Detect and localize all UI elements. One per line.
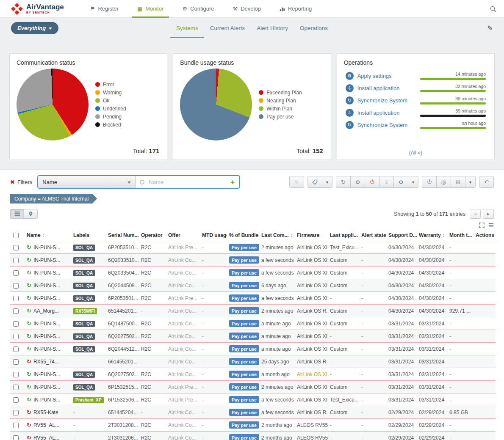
operation-link[interactable]: Install application xyxy=(357,110,420,116)
system-row[interactable]: ↻RV55_AL...-2T3031208...R2CAirLink Co...… xyxy=(10,419,496,432)
select-all-checkbox[interactable] xyxy=(13,233,19,238)
edit-dashboard-icon[interactable]: ✎ xyxy=(487,24,493,32)
reboot-button[interactable] xyxy=(365,176,379,188)
prev-page-button[interactable]: ◂ xyxy=(470,209,481,219)
row-checkbox[interactable] xyxy=(13,435,19,440)
label-menu-button[interactable]: ▾ xyxy=(322,176,332,188)
system-row[interactable]: ↻IN-PUN-S...SOL_QA6P1532515...R2CAirLink… xyxy=(10,381,496,393)
row-checkbox[interactable] xyxy=(13,334,19,339)
apply-settings-button[interactable]: ⚙ xyxy=(350,176,365,188)
system-row[interactable]: ↻RV55_AL...-2T3031206...R2CAirLink Co...… xyxy=(10,432,496,440)
system-name-link[interactable]: IN-PUN-S... xyxy=(33,283,60,289)
configure-button[interactable]: ⚙ xyxy=(393,176,408,188)
row-checkbox[interactable] xyxy=(13,308,19,314)
row-checkbox[interactable] xyxy=(13,423,19,428)
next-page-button[interactable]: ▸ xyxy=(483,209,494,219)
operation-link[interactable]: Synchronize System xyxy=(357,122,420,128)
nav-item-configure[interactable]: ⚙Configure xyxy=(173,0,224,17)
system-name-link[interactable]: IN-PUN-S... xyxy=(33,321,60,327)
column-header-operator[interactable]: Operator xyxy=(139,230,166,241)
migrate-button[interactable]: ⊞ xyxy=(451,176,465,188)
fullscreen-toggle[interactable] xyxy=(479,223,485,228)
system-name-link[interactable]: RX55_74... xyxy=(33,359,59,365)
row-checkbox[interactable] xyxy=(13,372,19,377)
system-row[interactable]: ↻IN-PUN-S...SOL_QA6Q1487500...R2CAirLink… xyxy=(10,317,496,330)
system-row[interactable]: ↻AA_Morg...RX55WIFI651445201...-AirLink … xyxy=(10,305,496,317)
system-row[interactable]: ↻IN-PUN-S...SOL_QA6P2053510...R2CAirLink… xyxy=(10,241,496,254)
column-settings-button[interactable] xyxy=(488,223,494,228)
system-row[interactable]: ↻IN-PUN-S...Prashant_XP6P1532506...R2CAi… xyxy=(10,393,496,406)
column-header-last-appli[interactable]: Last appli...▲▼ xyxy=(328,230,359,241)
column-header-warranty[interactable]: Warranty▲▼ xyxy=(417,230,447,241)
synchronize-button[interactable]: ↻ xyxy=(336,176,351,188)
filter-value-input[interactable] xyxy=(148,179,227,186)
activate-button[interactable] xyxy=(422,176,437,188)
system-row[interactable]: ↻RX55_74...-661455201...-AirLink Co...-P… xyxy=(10,355,496,368)
system-row[interactable]: ↻IN-PUN-S...SOL_QA6P2053501...R2CAirLink… xyxy=(10,292,496,305)
scope-selector-button[interactable]: Everything xyxy=(11,22,58,34)
row-checkbox[interactable] xyxy=(13,346,19,352)
system-row[interactable]: ↻IN-PUN-S...SOL_QA6Q2033510...R2CAirLink… xyxy=(10,254,496,267)
column-header-support-d[interactable]: Support D...▲▼ xyxy=(386,230,417,241)
system-row[interactable]: ↻IN-PUN-S...SOL_QA6Q2027502...R2CAirLink… xyxy=(10,330,496,343)
operations-all-link[interactable]: (All ») xyxy=(337,150,494,156)
operation-link[interactable]: Synchronize System xyxy=(357,97,420,104)
system-name-link[interactable]: IN-PUN-S... xyxy=(33,346,60,352)
communication-status-pie[interactable] xyxy=(17,69,89,140)
system-name-link[interactable]: IN-PUN-S... xyxy=(33,333,60,339)
edit-system-button[interactable]: ✎ xyxy=(289,176,304,188)
system-name-link[interactable]: IN-PUN-S... xyxy=(33,371,60,377)
active-filter-tag[interactable]: Company = ALMSC Trial Internal xyxy=(10,194,97,204)
row-checkbox[interactable] xyxy=(13,296,19,301)
search-icon[interactable] xyxy=(490,6,496,12)
tab-systems[interactable]: Systems xyxy=(170,18,204,38)
bundle-usage-pie[interactable] xyxy=(180,69,252,140)
awaken-button[interactable]: ◎ xyxy=(436,176,451,188)
nav-item-develop[interactable]: ⚒Develop xyxy=(224,0,270,17)
add-filter-button[interactable]: + xyxy=(227,178,238,186)
system-name-link[interactable]: AA_Morg... xyxy=(33,308,59,314)
system-name-link[interactable]: IN-PUN-S... xyxy=(33,384,60,390)
system-row[interactable]: ↻RX55-Kate-651445204...-AirLink Co...-Pa… xyxy=(10,406,496,419)
tab-operations[interactable]: Operations xyxy=(294,18,334,38)
system-row[interactable]: ↻IN-PUN-S...SOL_QA6Q2044512...R2CAirLink… xyxy=(10,343,496,355)
tab-alert-history[interactable]: Alert History xyxy=(251,18,294,38)
column-header-month-t[interactable]: Month t...▲▼ xyxy=(447,230,474,241)
row-checkbox[interactable] xyxy=(13,270,19,276)
sort-icon[interactable]: ▲▼ xyxy=(443,234,445,238)
row-checkbox[interactable] xyxy=(13,359,19,365)
row-checkbox[interactable] xyxy=(13,258,19,263)
row-checkbox[interactable] xyxy=(13,245,19,250)
nav-item-register[interactable]: ⚑Register xyxy=(81,0,128,17)
row-checkbox[interactable] xyxy=(13,397,19,403)
sort-icon[interactable]: ▲▼ xyxy=(291,234,293,238)
system-row[interactable]: ↻IN-PUN-S...SOL_QA6Q2033504...R2CAirLink… xyxy=(10,267,496,279)
column-header-serial-num[interactable]: Serial Num...▲▼ xyxy=(106,230,139,241)
clear-filters-icon[interactable]: ✖ xyxy=(10,179,15,185)
column-header-labels[interactable]: Labels xyxy=(71,230,106,241)
nav-item-monitor[interactable]: ▦Monitor xyxy=(128,0,173,17)
map-view-button[interactable] xyxy=(24,209,38,219)
column-header-firmware[interactable]: Firmware xyxy=(295,230,328,241)
row-checkbox[interactable] xyxy=(13,385,19,390)
operation-link[interactable]: Install application xyxy=(357,85,420,91)
list-view-button[interactable] xyxy=(10,209,24,219)
reset-button[interactable]: ↶ xyxy=(479,176,494,188)
system-name-link[interactable]: IN-PUN-S... xyxy=(33,270,60,276)
column-header-mtd-usage[interactable]: MTD usage▲▼ xyxy=(200,230,227,241)
operations-menu-button[interactable]: ▾ xyxy=(408,176,418,188)
system-name-link[interactable]: IN-PUN-S... xyxy=(33,257,60,263)
column-header-name[interactable]: Name▲▼ xyxy=(25,230,71,241)
sort-icon[interactable]: ▲▼ xyxy=(42,234,45,238)
column-header-alert-state[interactable]: Alert state xyxy=(359,230,386,241)
actions-menu-button[interactable]: ▾ xyxy=(465,176,476,188)
system-row[interactable]: ↻IN-PUN-S...SOL_QA6Q2027503...R2CAirLink… xyxy=(10,368,496,381)
filter-field-select[interactable]: Name xyxy=(38,176,136,188)
label-button[interactable] xyxy=(307,176,322,188)
system-row[interactable]: ↻IN-PUN-S...SOL_QA6Q2044509...R2CAirLink… xyxy=(10,279,496,292)
column-header-offer[interactable]: Offer xyxy=(166,230,200,241)
system-name-link[interactable]: IN-PUN-S... xyxy=(33,295,60,301)
system-name-link[interactable]: RV55_AL... xyxy=(33,422,59,428)
system-name-link[interactable]: IN-PUN-S... xyxy=(33,245,60,250)
system-name-link[interactable]: RV55_AL... xyxy=(33,435,59,440)
